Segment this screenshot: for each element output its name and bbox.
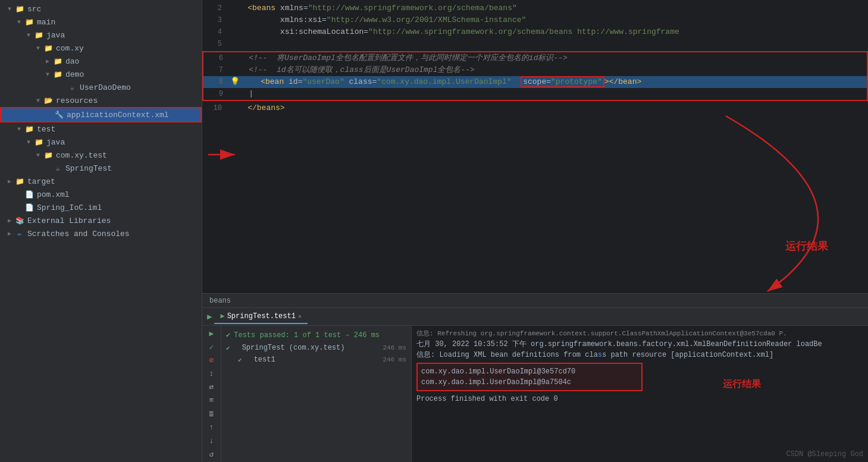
run-toolbar: ▶ ✓ ⊘ ↕ ⇄ ≡ ≣ ↑ ↓ ↺ <box>202 326 221 462</box>
line-content: <beans xmlns="http://www.springframework… <box>229 2 868 14</box>
pom-icon: 📄 <box>24 189 35 200</box>
lightbulb-icon: 💡 <box>230 76 240 88</box>
diff-button[interactable]: ⇄ <box>205 382 218 393</box>
run-tab-bar: ▶ ▶ SpringTest.test1 ✕ <box>202 308 868 326</box>
up-button[interactable]: ↑ <box>205 422 218 433</box>
sidebar-item-label: External Libraries <box>27 216 111 225</box>
expand-arrow: ▼ <box>14 126 24 133</box>
sidebar-item-src[interactable]: ▼ 📁 src <box>0 2 202 15</box>
expand-arrow: ▼ <box>33 152 43 159</box>
file-tree: ▼ 📁 src ▼ 📁 main ▼ 📁 java ▼ 📁 com.xy <box>0 0 202 462</box>
output-line-4: com.xy.dao.impl.UserDaoImpl@3e57cd70 <box>421 366 638 377</box>
check-button[interactable]: ✓ <box>205 342 218 353</box>
expand-arrow: ▼ <box>33 45 43 52</box>
folder-icon: 📁 <box>24 124 35 134</box>
sidebar-item-appcontext[interactable]: ▶ 🔧 applicationContext.xml <box>0 107 202 122</box>
line-content: <!-- id名可以随便取，class后面是UserDaoImpl全包名--> <box>230 64 867 76</box>
sidebar-item-label: main <box>37 18 55 27</box>
code-line-3: 3 xmlns:xsi="http://www.w3.org/2001/XMLS… <box>202 14 868 26</box>
extlibs-icon: 📚 <box>14 215 25 226</box>
run-indicator: ▶ <box>220 312 224 320</box>
run-test-tree: ✔ Tests passed: 1 of 1 test – 246 ms ✔ S… <box>221 326 412 462</box>
output-line-2: 七月 30, 2022 10:35:52 下午 org.springframew… <box>416 339 863 350</box>
run-tree-test1[interactable]: ✔ test1 246 ms <box>221 354 411 366</box>
folder-icon: 📁 <box>33 30 44 40</box>
editor-content[interactable]: 2 <beans xmlns="http://www.springframewo… <box>202 0 868 293</box>
line-number: 10 <box>202 102 229 114</box>
run-tab-label: SpringTest.test1 <box>227 312 296 320</box>
sidebar-item-comxytest[interactable]: ▼ 📁 com.xy.test <box>0 149 202 162</box>
folder-icon: 📁 <box>43 150 54 161</box>
sidebar-item-iml[interactable]: ▶ 📄 Spring_IoC.iml <box>0 201 202 214</box>
sidebar-item-label: java <box>46 31 65 40</box>
expand-arrow: ▼ <box>24 139 33 146</box>
sidebar-item-scratches[interactable]: ▶ ✏️ Scratches and Consoles <box>0 227 202 240</box>
sidebar-item-label: resources <box>56 96 98 105</box>
run-output[interactable]: 信息: Refreshing org.springframework.conte… <box>412 326 868 462</box>
testclass-icon: ☕ <box>52 163 63 174</box>
sidebar-item-dao[interactable]: ▶ 📁 dao <box>0 55 202 68</box>
run-tab-springtest[interactable]: ▶ SpringTest.test1 ✕ <box>214 309 307 324</box>
test-passed-row: ✔ Tests passed: 1 of 1 test – 246 ms <box>221 328 411 342</box>
tab-close-button[interactable]: ✕ <box>298 313 302 320</box>
sidebar-item-userdaodemo[interactable]: ▶ ☕ UserDaoDemo <box>0 81 202 94</box>
line-content: <bean id="userDao" class="com.xy.dao.imp… <box>242 76 867 88</box>
expand-arrow: ▼ <box>33 98 43 104</box>
output-line-1: 信息: Refreshing org.springframework.conte… <box>416 328 863 339</box>
sidebar-item-java[interactable]: ▼ 📁 java <box>0 29 202 42</box>
line-number: 7 <box>203 64 230 76</box>
run-panel: ▶ ▶ SpringTest.test1 ✕ ▶ ✓ ⊘ ↕ ⇄ ≡ ≣ ↑ <box>202 307 868 462</box>
sidebar-item-label: test <box>37 125 55 134</box>
code-line-10: 10 </beans> <box>202 102 868 114</box>
filter-button[interactable]: ≣ <box>205 408 218 420</box>
run-time: 246 ms <box>383 344 406 351</box>
run-time: 246 ms <box>383 356 406 363</box>
line-number: 6 <box>203 52 230 64</box>
refresh-button[interactable]: ↺ <box>205 449 218 460</box>
line-number: 3 <box>202 14 229 26</box>
sidebar-item-java-test[interactable]: ▼ 📁 java <box>0 136 202 149</box>
down-button[interactable]: ↓ <box>205 435 218 447</box>
run-button[interactable]: ▶ <box>205 328 218 340</box>
code-line-4: 4 xsi:schemaLocation="http://www.springf… <box>202 26 868 38</box>
folder-icon: 📁 <box>52 69 63 80</box>
check-icon: ✔ <box>226 331 230 340</box>
sidebar-item-label: demo <box>65 70 84 79</box>
sidebar-item-extlibs[interactable]: ▶ 📚 External Libraries <box>0 214 202 227</box>
line-content: </beans> <box>229 102 868 114</box>
sidebar-item-comxy[interactable]: ▼ 📁 com.xy <box>0 42 202 55</box>
rerun-button[interactable]: ↕ <box>205 369 218 380</box>
editor-area: 2 <beans xmlns="http://www.springframewo… <box>202 0 868 307</box>
expand-arrow: ▶ <box>43 58 52 65</box>
line-number: 9 <box>203 88 230 100</box>
sidebar-item-label: src <box>27 5 41 14</box>
sidebar-item-label: applicationContext.xml <box>67 111 169 120</box>
sidebar-item-target[interactable]: ▶ 📁 target <box>0 175 202 188</box>
run-tree-label: SpringTest (com.xy.test) <box>242 344 345 352</box>
run-tree-springtest[interactable]: ✔ SpringTest (com.xy.test) 246 ms <box>221 342 411 354</box>
sidebar-item-test[interactable]: ▼ 📁 test <box>0 122 202 136</box>
line-content: <!-- 将UserDaoImpl全包名配置到配置文件，与此同时绑定一个对应全包… <box>230 52 867 64</box>
expand-arrow: ▼ <box>24 32 33 39</box>
sidebar-item-resources[interactable]: ▼ 📂 resources <box>0 94 202 107</box>
run-tree-label: test1 <box>254 356 275 364</box>
line-number: 4 <box>202 26 229 38</box>
sidebar-item-label: UserDaoDemo <box>80 83 131 92</box>
test-result-label: Tests passed: 1 of 1 test – 246 ms <box>234 331 380 340</box>
sidebar-item-main[interactable]: ▼ 📁 main <box>0 15 202 29</box>
check-pass-icon: ✔ <box>226 344 230 352</box>
folder-res-icon: 📂 <box>43 95 54 106</box>
output-line-5: com.xy.dao.impl.UserDaoImpl@9a7504c <box>421 377 638 388</box>
output-highlight-box: com.xy.dao.impl.UserDaoImpl@3e57cd70 com… <box>416 363 643 391</box>
expand-arrow: ▶ <box>5 230 14 237</box>
sidebar-item-demo[interactable]: ▼ 📁 demo <box>0 68 202 81</box>
sidebar-item-label: pom.xml <box>37 190 70 199</box>
sort-button[interactable]: ≡ <box>205 395 218 407</box>
line-number: 2 <box>202 2 229 14</box>
sidebar-item-label: Scratches and Consoles <box>27 230 130 238</box>
sidebar-item-label: com.xy.test <box>56 151 107 160</box>
stop-button[interactable]: ⊘ <box>205 355 218 366</box>
code-line-7: 7 <!-- id名可以随便取，class后面是UserDaoImpl全包名--… <box>203 64 867 76</box>
sidebar-item-springtest[interactable]: ▶ ☕ SpringTest <box>0 162 202 175</box>
sidebar-item-pomxml[interactable]: ▶ 📄 pom.xml <box>0 188 202 201</box>
